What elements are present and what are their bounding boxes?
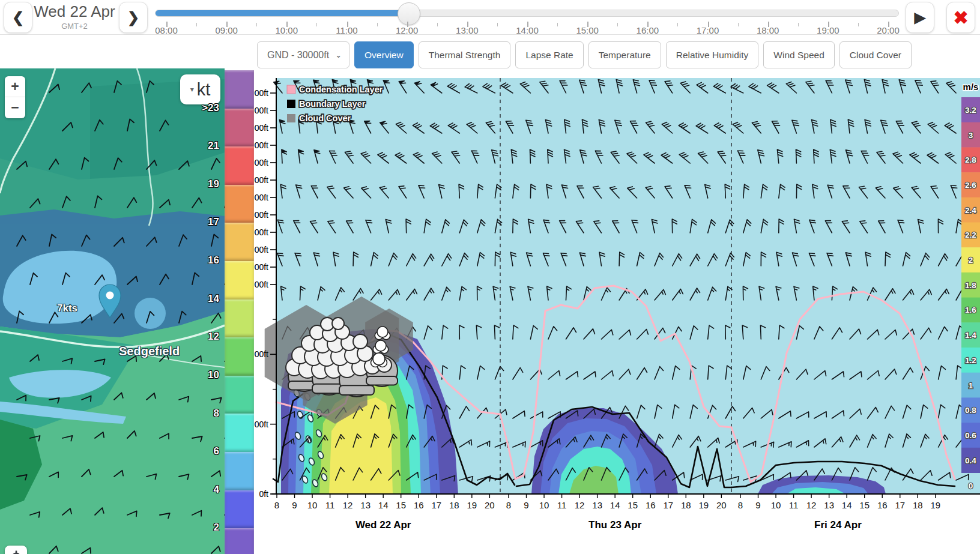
kt-colorbar-segment [225, 490, 254, 529]
slider-time-label: 14:00 [506, 25, 548, 35]
svg-text:Condensation Layer: Condensation Layer [299, 85, 383, 94]
svg-text:8: 8 [506, 500, 511, 510]
svg-text:16: 16 [646, 500, 656, 510]
time-axis: 891011121314151617181920Wed 22 Apr891011… [274, 494, 940, 531]
place-label-sedgefield: Sedgefield [119, 345, 180, 358]
svg-text:6000ft: 6000ft [254, 280, 268, 289]
slider-time-label: 19:00 [807, 25, 849, 35]
wind-speed-marker-label: 7kts [57, 303, 77, 315]
svg-text:0ft: 0ft [259, 489, 268, 499]
minus-icon: − [11, 100, 19, 116]
slider-time-label: 16:00 [626, 25, 668, 35]
close-button[interactable]: ✖ [946, 2, 975, 33]
kt-colorbar-segment [225, 376, 254, 414]
svg-text:20000ft: 20000ft [254, 158, 268, 167]
svg-text:12: 12 [575, 500, 585, 510]
slider-half-hour-tick [377, 23, 378, 26]
svg-text:18: 18 [913, 500, 923, 510]
weather-app: ❮ Wed 22 Apr GMT+2 ❯ 08:0009:0010:0011:0… [0, 0, 980, 554]
slider-half-hour-tick [256, 23, 257, 26]
kt-colorbar-segment [225, 452, 254, 490]
svg-text:11: 11 [789, 500, 799, 510]
locate-me-button[interactable] [5, 546, 27, 554]
svg-text:8000ft: 8000ft [254, 262, 268, 272]
svg-text:3.2: 3.2 [965, 106, 976, 115]
zoom-in-button[interactable]: + [5, 76, 25, 97]
svg-text:1.2: 1.2 [965, 356, 976, 365]
svg-text:8: 8 [274, 500, 279, 510]
map-unit-dropdown[interactable]: ▾ kt [180, 74, 220, 104]
map-column: + − ▾ kt 2 km Updated: 06:16 [0, 34, 254, 554]
svg-text:13: 13 [824, 500, 834, 510]
svg-text:19: 19 [698, 500, 709, 510]
svg-text:24000ft: 24000ft [254, 123, 268, 133]
time-slider-track[interactable] [155, 10, 899, 17]
svg-text:2.4: 2.4 [965, 206, 976, 215]
svg-text:1.8: 1.8 [965, 281, 976, 290]
svg-text:18: 18 [681, 500, 691, 510]
plus-icon: + [11, 79, 19, 95]
time-slider-handle[interactable] [398, 2, 420, 25]
svg-text:19: 19 [930, 500, 940, 510]
kt-colorbar-segment [225, 146, 254, 185]
kt-colorbar-segment [225, 261, 254, 300]
svg-text:17: 17 [663, 500, 673, 510]
svg-text:1.4: 1.4 [965, 331, 976, 340]
svg-text:11: 11 [557, 500, 567, 510]
altitude-axis: 28000ft26000ft24000ft22000ft20000ft18000… [254, 88, 276, 499]
svg-text:17: 17 [431, 500, 441, 510]
kt-colorbar-segment [225, 109, 254, 147]
svg-text:10: 10 [771, 500, 781, 510]
slider-half-hour-tick [798, 23, 799, 26]
slider-half-hour-tick [497, 23, 498, 26]
svg-text:19: 19 [467, 500, 477, 510]
svg-text:10000ft: 10000ft [254, 245, 268, 254]
kt-colorbar-segment [225, 70, 254, 109]
play-animation-button[interactable]: ▶ [906, 2, 934, 33]
svg-text:2.8: 2.8 [965, 155, 976, 164]
zoom-out-button[interactable]: − [5, 97, 25, 118]
svg-text:Wed 22 Apr: Wed 22 Apr [355, 519, 411, 531]
svg-text:16000ft: 16000ft [254, 193, 268, 202]
svg-text:0.6: 0.6 [965, 431, 976, 440]
slider-time-label: 12:00 [386, 25, 428, 35]
windgram-chart: 28000ft26000ft24000ft22000ft20000ft18000… [254, 34, 980, 554]
kt-colorbar-segment [225, 300, 254, 338]
svg-text:10: 10 [307, 500, 318, 510]
svg-text:1.6: 1.6 [965, 306, 976, 315]
close-icon: ✖ [953, 7, 968, 28]
svg-text:1: 1 [969, 381, 973, 390]
chevron-down-icon: ▾ [190, 85, 194, 94]
svg-text:15: 15 [628, 500, 638, 510]
svg-text:22000ft: 22000ft [254, 140, 268, 150]
svg-text:9: 9 [524, 500, 528, 510]
svg-text:12000ft: 12000ft [254, 227, 268, 237]
slider-time-label: 20:00 [867, 25, 909, 35]
slider-half-hour-tick [858, 23, 859, 26]
map-colorbar [225, 70, 254, 554]
svg-text:Fri 24 Apr: Fri 24 Apr [814, 519, 862, 531]
top-bar: ❮ Wed 22 Apr GMT+2 ❯ 08:0009:0010:0011:0… [0, 0, 980, 35]
svg-text:18: 18 [449, 500, 459, 510]
svg-text:0: 0 [969, 481, 973, 490]
svg-text:4000ft: 4000ft [254, 349, 268, 359]
forecast-panel: GND - 30000ft ⌄ OverviewThermal Strength… [254, 34, 980, 554]
svg-text:13: 13 [592, 500, 602, 510]
slider-time-label: 15:00 [566, 25, 608, 35]
kt-colorbar-segment [225, 223, 254, 261]
crosshair-location-icon [10, 550, 23, 554]
svg-text:17: 17 [895, 500, 905, 510]
svg-text:28000ft: 28000ft [254, 88, 268, 98]
svg-text:18000ft: 18000ft [254, 175, 268, 185]
svg-text:3: 3 [969, 131, 973, 140]
svg-text:8: 8 [738, 500, 743, 510]
ms-colorbar: m/s3.232.82.62.42.221.81.61.41.210.80.60… [961, 82, 980, 490]
time-slider-fill [156, 10, 409, 16]
svg-text:15: 15 [396, 500, 406, 510]
svg-text:15: 15 [859, 500, 870, 510]
wind-map[interactable]: + − ▾ kt 2 km Updated: 06:16 [0, 68, 225, 554]
svg-text:m/s: m/s [963, 82, 979, 92]
svg-text:13: 13 [360, 500, 371, 510]
svg-text:0.4: 0.4 [965, 456, 976, 465]
slider-time-label: 10:00 [265, 25, 307, 35]
